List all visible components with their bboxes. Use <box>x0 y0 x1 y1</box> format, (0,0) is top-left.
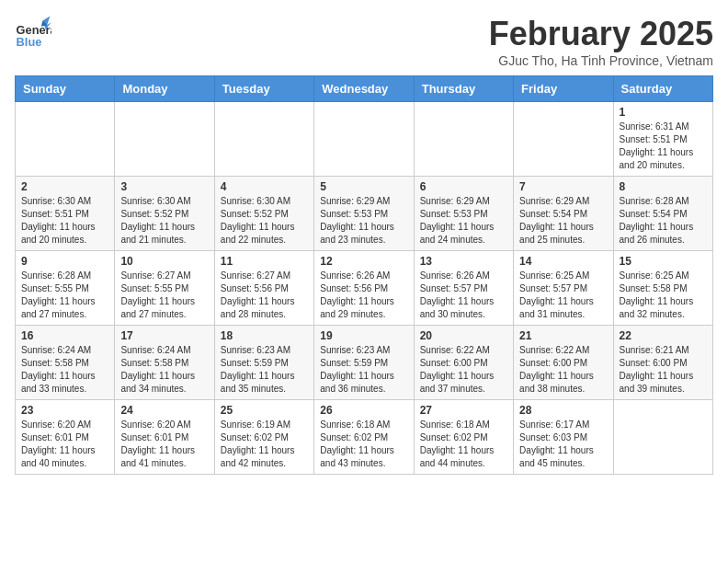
day-info: Sunrise: 6:28 AM Sunset: 5:55 PM Dayligh… <box>21 270 108 321</box>
day-cell: 5Sunrise: 6:29 AM Sunset: 5:53 PM Daylig… <box>314 177 414 251</box>
day-info: Sunrise: 6:25 AM Sunset: 5:57 PM Dayligh… <box>519 270 607 321</box>
logo-icon: General Blue <box>15 15 51 52</box>
location: GJuc Tho, Ha Tinh Province, Vietnam <box>489 53 713 68</box>
day-number: 12 <box>320 255 407 268</box>
day-cell: 28Sunrise: 6:17 AM Sunset: 6:03 PM Dayli… <box>514 400 613 475</box>
day-info: Sunrise: 6:28 AM Sunset: 5:54 PM Dayligh… <box>620 195 707 247</box>
day-number: 21 <box>519 329 607 342</box>
day-info: Sunrise: 6:17 AM Sunset: 6:03 PM Dayligh… <box>519 419 607 470</box>
weekday-header-monday: Monday <box>115 76 214 102</box>
day-cell: 6Sunrise: 6:29 AM Sunset: 5:53 PM Daylig… <box>414 177 513 251</box>
day-cell: 19Sunrise: 6:23 AM Sunset: 5:59 PM Dayli… <box>314 326 414 400</box>
day-number: 9 <box>21 255 108 268</box>
day-number: 18 <box>221 329 308 342</box>
day-number: 11 <box>221 255 308 268</box>
day-info: Sunrise: 6:24 AM Sunset: 5:58 PM Dayligh… <box>21 344 108 396</box>
day-number: 28 <box>519 404 607 417</box>
day-cell: 26Sunrise: 6:18 AM Sunset: 6:02 PM Dayli… <box>314 400 414 475</box>
day-cell: 1Sunrise: 6:31 AM Sunset: 5:51 PM Daylig… <box>613 102 712 177</box>
day-number: 22 <box>620 329 707 342</box>
day-info: Sunrise: 6:19 AM Sunset: 6:02 PM Dayligh… <box>221 419 308 470</box>
day-number: 16 <box>21 329 108 342</box>
day-info: Sunrise: 6:31 AM Sunset: 5:51 PM Dayligh… <box>620 121 707 172</box>
weekday-header-friday: Friday <box>514 76 613 102</box>
day-number: 3 <box>120 180 208 193</box>
day-cell: 12Sunrise: 6:26 AM Sunset: 5:56 PM Dayli… <box>314 251 414 326</box>
day-info: Sunrise: 6:22 AM Sunset: 6:00 PM Dayligh… <box>519 344 607 396</box>
day-info: Sunrise: 6:26 AM Sunset: 5:57 PM Dayligh… <box>420 270 507 321</box>
svg-text:Blue: Blue <box>17 35 42 49</box>
day-cell: 8Sunrise: 6:28 AM Sunset: 5:54 PM Daylig… <box>613 177 712 251</box>
month-title: February 2025 <box>489 15 713 53</box>
day-info: Sunrise: 6:20 AM Sunset: 6:01 PM Dayligh… <box>21 419 108 470</box>
day-number: 14 <box>519 255 607 268</box>
day-number: 26 <box>320 404 407 417</box>
logo: General Blue <box>15 15 51 52</box>
day-cell: 22Sunrise: 6:21 AM Sunset: 6:00 PM Dayli… <box>613 326 712 400</box>
day-cell: 11Sunrise: 6:27 AM Sunset: 5:56 PM Dayli… <box>214 251 313 326</box>
day-cell: 7Sunrise: 6:29 AM Sunset: 5:54 PM Daylig… <box>514 177 613 251</box>
day-number: 15 <box>620 255 707 268</box>
day-cell: 14Sunrise: 6:25 AM Sunset: 5:57 PM Dayli… <box>514 251 613 326</box>
day-cell: 25Sunrise: 6:19 AM Sunset: 6:02 PM Dayli… <box>214 400 313 475</box>
week-row-1: 1Sunrise: 6:31 AM Sunset: 5:51 PM Daylig… <box>16 102 713 177</box>
day-number: 8 <box>620 180 707 193</box>
title-block: February 2025 GJuc Tho, Ha Tinh Province… <box>489 15 713 68</box>
day-number: 20 <box>420 329 507 342</box>
day-number: 5 <box>320 180 407 193</box>
day-cell <box>414 102 513 177</box>
day-info: Sunrise: 6:23 AM Sunset: 5:59 PM Dayligh… <box>221 344 308 396</box>
day-cell: 16Sunrise: 6:24 AM Sunset: 5:58 PM Dayli… <box>16 326 115 400</box>
week-row-4: 16Sunrise: 6:24 AM Sunset: 5:58 PM Dayli… <box>16 326 713 400</box>
day-cell: 18Sunrise: 6:23 AM Sunset: 5:59 PM Dayli… <box>214 326 313 400</box>
day-info: Sunrise: 6:29 AM Sunset: 5:54 PM Dayligh… <box>519 195 607 247</box>
day-cell: 21Sunrise: 6:22 AM Sunset: 6:00 PM Dayli… <box>514 326 613 400</box>
day-cell: 13Sunrise: 6:26 AM Sunset: 5:57 PM Dayli… <box>414 251 513 326</box>
day-cell <box>16 102 115 177</box>
day-cell: 9Sunrise: 6:28 AM Sunset: 5:55 PM Daylig… <box>16 251 115 326</box>
day-info: Sunrise: 6:20 AM Sunset: 6:01 PM Dayligh… <box>120 419 208 470</box>
day-cell <box>314 102 414 177</box>
day-number: 17 <box>120 329 208 342</box>
day-number: 1 <box>620 106 707 119</box>
weekday-header-saturday: Saturday <box>613 76 712 102</box>
week-row-5: 23Sunrise: 6:20 AM Sunset: 6:01 PM Dayli… <box>16 400 713 475</box>
day-info: Sunrise: 6:24 AM Sunset: 5:58 PM Dayligh… <box>120 344 208 396</box>
day-number: 2 <box>21 180 108 193</box>
day-number: 19 <box>320 329 407 342</box>
day-number: 7 <box>519 180 607 193</box>
day-info: Sunrise: 6:29 AM Sunset: 5:53 PM Dayligh… <box>320 195 407 247</box>
day-info: Sunrise: 6:30 AM Sunset: 5:52 PM Dayligh… <box>120 195 208 247</box>
week-row-2: 2Sunrise: 6:30 AM Sunset: 5:51 PM Daylig… <box>16 177 713 251</box>
week-row-3: 9Sunrise: 6:28 AM Sunset: 5:55 PM Daylig… <box>16 251 713 326</box>
day-info: Sunrise: 6:21 AM Sunset: 6:00 PM Dayligh… <box>620 344 707 396</box>
day-info: Sunrise: 6:23 AM Sunset: 5:59 PM Dayligh… <box>320 344 407 396</box>
day-cell: 15Sunrise: 6:25 AM Sunset: 5:58 PM Dayli… <box>613 251 712 326</box>
day-info: Sunrise: 6:22 AM Sunset: 6:00 PM Dayligh… <box>420 344 507 396</box>
day-cell: 2Sunrise: 6:30 AM Sunset: 5:51 PM Daylig… <box>16 177 115 251</box>
day-number: 6 <box>420 180 507 193</box>
day-number: 25 <box>221 404 308 417</box>
day-info: Sunrise: 6:18 AM Sunset: 6:02 PM Dayligh… <box>320 419 407 470</box>
day-number: 10 <box>120 255 208 268</box>
day-info: Sunrise: 6:26 AM Sunset: 5:56 PM Dayligh… <box>320 270 407 321</box>
day-info: Sunrise: 6:30 AM Sunset: 5:52 PM Dayligh… <box>221 195 308 247</box>
weekday-header-tuesday: Tuesday <box>214 76 313 102</box>
day-info: Sunrise: 6:27 AM Sunset: 5:55 PM Dayligh… <box>120 270 208 321</box>
weekday-header-wednesday: Wednesday <box>314 76 414 102</box>
day-number: 27 <box>420 404 507 417</box>
day-cell <box>613 400 712 475</box>
day-cell: 17Sunrise: 6:24 AM Sunset: 5:58 PM Dayli… <box>115 326 214 400</box>
day-cell: 27Sunrise: 6:18 AM Sunset: 6:02 PM Dayli… <box>414 400 513 475</box>
day-info: Sunrise: 6:18 AM Sunset: 6:02 PM Dayligh… <box>420 419 507 470</box>
weekday-header-thursday: Thursday <box>414 76 513 102</box>
day-cell: 23Sunrise: 6:20 AM Sunset: 6:01 PM Dayli… <box>16 400 115 475</box>
day-info: Sunrise: 6:27 AM Sunset: 5:56 PM Dayligh… <box>221 270 308 321</box>
day-info: Sunrise: 6:30 AM Sunset: 5:51 PM Dayligh… <box>21 195 108 247</box>
day-cell <box>214 102 313 177</box>
day-cell: 20Sunrise: 6:22 AM Sunset: 6:00 PM Dayli… <box>414 326 513 400</box>
calendar-table: SundayMondayTuesdayWednesdayThursdayFrid… <box>15 75 713 475</box>
day-info: Sunrise: 6:25 AM Sunset: 5:58 PM Dayligh… <box>620 270 707 321</box>
day-number: 23 <box>21 404 108 417</box>
day-number: 13 <box>420 255 507 268</box>
